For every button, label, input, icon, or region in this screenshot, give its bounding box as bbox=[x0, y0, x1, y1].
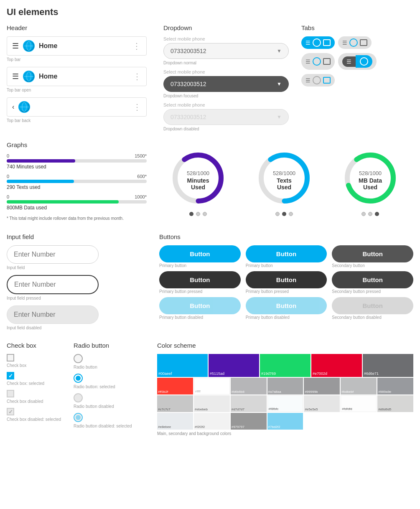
more-icon[interactable]: ⋮ bbox=[132, 41, 141, 51]
graph-max-3: 1000* bbox=[135, 194, 147, 199]
tabs-section: Tabs ☰ ☰ ☰ bbox=[297, 24, 413, 131]
dropdown-arrow-2: ▼ bbox=[277, 81, 282, 87]
svg-text:528/1000: 528/1000 bbox=[187, 170, 209, 176]
topbar-sub2: Top bar open bbox=[7, 88, 147, 92]
radio-normal[interactable] bbox=[74, 354, 83, 363]
dropdown-value-1: 07332003512 bbox=[171, 48, 206, 54]
tabs-section-label: Tabs bbox=[301, 24, 413, 31]
radio-selected-row bbox=[74, 374, 153, 383]
dropdown-placeholder-2: Select mobile phone bbox=[163, 69, 289, 74]
topbar-open[interactable]: ☰ Home ⋮ bbox=[7, 67, 147, 86]
color-row-1: ‎#00aeef #5115ad #19d769 #e7002d #6d6e71 bbox=[157, 354, 413, 377]
input-normal[interactable] bbox=[7, 245, 99, 264]
secondary-button-1[interactable]: Button bbox=[332, 245, 413, 262]
primary-pressed-button-2[interactable]: Button bbox=[246, 271, 327, 288]
dropdown-normal[interactable]: 07332003512 ▼ bbox=[163, 43, 289, 59]
checkbox-label-3: Check box disabled bbox=[7, 399, 69, 404]
color-cell-19d769: #19d769 bbox=[260, 354, 311, 377]
header-section: Header ☰ Home ⋮ Top bar ☰ bbox=[7, 24, 155, 131]
dropdown-value-2: 07332003512 bbox=[171, 81, 206, 87]
primary-button-2[interactable]: Button bbox=[246, 245, 327, 262]
radio-inner-dot bbox=[76, 376, 81, 381]
checkbox-label-4: Check box disabled: selected bbox=[7, 417, 69, 422]
input-pressed[interactable] bbox=[7, 275, 99, 294]
radio-section: Radio button Radio button Radio button: … bbox=[69, 342, 153, 436]
graphs-label: Graphs bbox=[7, 141, 147, 148]
primary-disabled-button-2: Button bbox=[246, 297, 327, 314]
primary-button-1[interactable]: Button bbox=[159, 245, 241, 262]
dot-active-3 bbox=[375, 212, 379, 216]
donut-data-dots bbox=[361, 212, 379, 216]
circle-icon-gray2 bbox=[313, 57, 321, 66]
color-cell-00aeef: ‎#00aeef bbox=[157, 354, 208, 377]
tab-group-gray2[interactable]: ☰ bbox=[301, 53, 335, 70]
color-cell-989a9e: #989a9e bbox=[377, 378, 413, 394]
input-section-label: Input field bbox=[7, 233, 147, 240]
color-row-3: #c7c7c7 #ebebeb #d7d7d7 #f8fbfc #e5e5e5 … bbox=[157, 395, 413, 412]
topbar-normal[interactable]: ☰ Home ⋮ bbox=[7, 36, 147, 56]
input-disabled bbox=[7, 305, 99, 324]
color-cell-6d6e71: #6d6e71 bbox=[363, 354, 413, 377]
color-scheme-label: Color scheme bbox=[157, 342, 413, 349]
back-arrow-icon[interactable]: ‹ bbox=[12, 103, 14, 111]
dot-6 bbox=[368, 212, 372, 216]
checkbox-normal[interactable] bbox=[7, 354, 14, 361]
hamburger-open-icon[interactable]: ☰ bbox=[12, 72, 19, 81]
svg-text:Used: Used bbox=[277, 184, 291, 191]
graph-data: 0 1000* 800MB Data used bbox=[7, 194, 147, 211]
dropdown-focused[interactable]: 07332003512 ▼ bbox=[163, 76, 289, 92]
tab-split-right bbox=[356, 55, 372, 68]
square-icon-gray1 bbox=[360, 39, 367, 46]
dropdown-arrow-3: ▼ bbox=[277, 114, 282, 120]
checkbox-checked[interactable]: ✓ bbox=[7, 372, 14, 379]
tab-split-left: ☰ bbox=[342, 56, 356, 67]
list-icon-active: ☰ bbox=[305, 40, 311, 46]
color-cell-d6d6d5: #d6d6d5 bbox=[377, 395, 413, 412]
more-open-icon[interactable]: ⋮ bbox=[133, 71, 141, 81]
more-back-icon[interactable]: ⋮ bbox=[133, 102, 141, 112]
tab-group-split[interactable]: ☰ bbox=[338, 53, 377, 70]
topbar-sub1: Top bar bbox=[7, 57, 147, 62]
color-cell-f8fbfc: #f8fbfc bbox=[267, 395, 303, 412]
primary-pressed-button-1[interactable]: Button bbox=[159, 271, 241, 288]
topbar-back[interactable]: ‹ ⋮ bbox=[7, 97, 147, 117]
tab-group-gray3[interactable]: ☰ bbox=[301, 74, 335, 87]
color-scheme-note: Main, secondary and background colors bbox=[157, 431, 413, 436]
checkbox-label-1: Check box bbox=[7, 363, 69, 368]
checkbox-checked-disabled-row: ✓ bbox=[7, 408, 69, 415]
dot-4 bbox=[289, 212, 293, 216]
color-cell-b6b6b8: #b6b6b8 bbox=[231, 378, 267, 394]
dot-active-2 bbox=[282, 212, 286, 216]
buttons-section-label: Buttons bbox=[159, 233, 413, 240]
svg-text:MB Data: MB Data bbox=[359, 177, 382, 184]
color-cell-empty-2 bbox=[341, 413, 377, 430]
color-cell-a7a8aa: #a7a8aa bbox=[267, 378, 303, 394]
primary-disabled-button-1: Button bbox=[159, 297, 241, 314]
tab-group-active-blue[interactable]: ☰ bbox=[301, 36, 335, 49]
checkbox-label-2: Check box: selected bbox=[7, 381, 69, 386]
color-cell-fdfdfd: #fdfdfd bbox=[341, 395, 377, 412]
checkbox-disabled-row bbox=[7, 390, 69, 397]
donut-minutes-dots bbox=[189, 212, 207, 216]
page-title: UI elements bbox=[7, 7, 413, 18]
radio-normal-row bbox=[74, 354, 153, 363]
svg-text:Texts: Texts bbox=[277, 177, 292, 184]
dropdown-sub3: Dropdown disabled bbox=[163, 127, 289, 131]
secondary-pressed-button[interactable]: Button bbox=[332, 271, 413, 288]
radio-selected[interactable] bbox=[74, 374, 83, 383]
input-sub-1: Input field bbox=[7, 265, 147, 270]
graph-min-1: 0 bbox=[7, 153, 9, 158]
globe-open-icon bbox=[23, 71, 35, 82]
hamburger-icon[interactable]: ☰ bbox=[12, 41, 19, 51]
tab-group-gray1[interactable]: ☰ bbox=[338, 36, 372, 49]
dot-3 bbox=[275, 212, 280, 216]
dot-2 bbox=[203, 212, 207, 216]
color-cell-c7c7c7: #c7c7c7 bbox=[157, 395, 193, 412]
list-icon-gray1: ☰ bbox=[342, 40, 347, 46]
buttons-section: Buttons Button Primary button Button Pri… bbox=[155, 233, 413, 330]
radio-label-2: Radio button: selected bbox=[74, 384, 153, 389]
svg-text:528/1000: 528/1000 bbox=[359, 170, 382, 176]
radio-label-1: Radio button bbox=[74, 365, 153, 369]
circle-icon-gray3 bbox=[313, 76, 321, 84]
input-sub-2: Input field pressed bbox=[7, 296, 147, 300]
